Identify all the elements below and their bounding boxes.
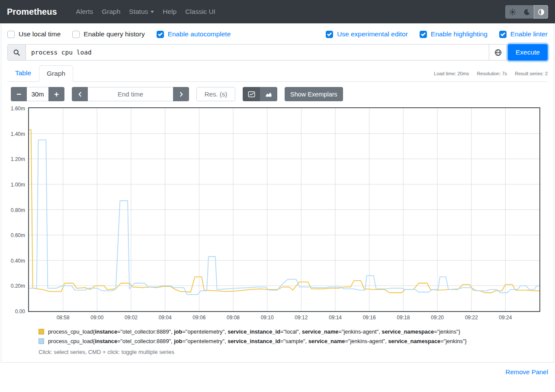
legend: process_cpu_load{instance="otel_collecto… xyxy=(38,328,549,344)
execute-button[interactable]: Execute xyxy=(508,44,548,61)
theme-dark-button[interactable] xyxy=(520,5,534,19)
x-tick-label: 09:14 xyxy=(329,315,342,321)
x-tick-label: 09:20 xyxy=(431,315,444,321)
x-tick-label: 09:04 xyxy=(159,315,172,321)
y-tick-label: 0.20m xyxy=(11,283,25,289)
legend-hint: Click: select series, CMD + click: toggl… xyxy=(38,349,549,355)
x-tick-label: 09:06 xyxy=(192,315,205,321)
chevron-right-icon xyxy=(178,91,184,97)
checkbox-label: Use experimental editor xyxy=(337,30,408,38)
series-name: process_cpu_load{instance="otel_collecto… xyxy=(48,328,460,335)
checkbox-box xyxy=(72,31,80,38)
line-chart-icon xyxy=(248,91,255,98)
navbar: Prometheus Alerts Graph Status Help Clas… xyxy=(0,0,555,23)
time-back-button[interactable] xyxy=(72,87,88,101)
y-tick-label: 0.80m xyxy=(11,207,25,213)
nav-item-status[interactable]: Status xyxy=(125,4,158,19)
y-tick-label: 0.00 xyxy=(15,308,25,315)
checkbox-enable-highlighting[interactable]: Enable highlighting xyxy=(420,30,488,38)
chart: 0.000.20m0.40m0.60m0.80m1.00m1.20m1.40m1… xyxy=(7,107,549,322)
checkbox-label: Enable linter xyxy=(510,30,548,38)
checkbox-use-local-time[interactable]: Use local time xyxy=(7,30,61,38)
moon-icon xyxy=(523,9,530,16)
query-panel: Use local time Enable query history Enab… xyxy=(1,23,554,363)
x-tick-label: 09:10 xyxy=(261,315,274,321)
x-tick-label: 09:24 xyxy=(499,315,512,321)
y-tick-label: 1.40m xyxy=(11,131,25,137)
brand-prometheus[interactable]: Prometheus xyxy=(7,7,57,17)
x-tick-label: 09:12 xyxy=(295,315,308,321)
resolution-input[interactable] xyxy=(196,87,235,101)
globe-icon xyxy=(494,49,502,56)
checkbox-use-experimental-editor[interactable]: Use experimental editor xyxy=(326,30,408,38)
x-tick-label: 09:18 xyxy=(397,315,410,321)
y-axis-labels: 0.000.20m0.40m0.60m0.80m1.00m1.20m1.40m1… xyxy=(7,107,28,312)
x-tick-label: 09:02 xyxy=(125,315,138,321)
x-tick-label: 09:22 xyxy=(465,315,478,321)
graph-controls: − + Show Exemplars xyxy=(11,87,548,101)
x-tick-label: 09:16 xyxy=(363,315,376,321)
checkbox-label: Enable highlighting xyxy=(431,30,488,38)
caret-down-icon xyxy=(151,11,154,13)
search-addon xyxy=(7,44,26,61)
y-tick-label: 1.20m xyxy=(11,156,25,162)
x-tick-label: 08:58 xyxy=(57,315,70,321)
nav-item-alerts[interactable]: Alerts xyxy=(72,4,98,19)
legend-item[interactable]: process_cpu_load{instance="otel_collecto… xyxy=(38,328,549,335)
series-name: process_cpu_load{instance="otel_collecto… xyxy=(48,338,467,344)
y-tick-label: 0.60m xyxy=(11,232,25,238)
load-time: Load time: 20ms xyxy=(434,71,469,76)
series-line xyxy=(29,130,539,293)
stacked-chart-button[interactable] xyxy=(260,87,277,101)
checkbox-label: Enable autocomplete xyxy=(168,30,231,38)
tab-table[interactable]: Table xyxy=(7,65,39,81)
y-tick-label: 0.40m xyxy=(11,258,25,264)
tab-graph[interactable]: Graph xyxy=(39,65,73,82)
legend-item[interactable]: process_cpu_load{instance="otel_collecto… xyxy=(38,338,549,344)
y-tick-label: 1.00m xyxy=(11,182,25,188)
options-bar: Use local time Enable query history Enab… xyxy=(7,30,548,38)
options-left: Use local time Enable query history Enab… xyxy=(7,30,231,38)
panel-footer: Remove Panel xyxy=(0,368,548,376)
query-stats: Load time: 20ms Resolution: 7s Result se… xyxy=(427,71,548,81)
increase-range-button[interactable]: + xyxy=(48,87,64,101)
area-chart-icon xyxy=(265,91,272,98)
end-time-group xyxy=(72,87,189,101)
nav-item-graph[interactable]: Graph xyxy=(97,4,125,19)
theme-light-button[interactable] xyxy=(505,5,520,19)
remove-panel-link[interactable]: Remove Panel xyxy=(506,368,548,376)
tab-bar: Table Graph Load time: 20ms Resolution: … xyxy=(7,65,548,82)
checkbox-box xyxy=(420,31,427,38)
checkbox-enable-linter[interactable]: Enable linter xyxy=(499,30,548,38)
plot-area[interactable] xyxy=(28,107,540,312)
options-right: Use experimental editor Enable highlight… xyxy=(326,30,548,38)
duration-group: − + xyxy=(11,87,64,101)
range-input[interactable] xyxy=(27,87,48,101)
checkbox-label: Enable query history xyxy=(83,30,144,38)
x-axis-labels: 08:5809:0009:0209:0409:0609:0809:1009:12… xyxy=(29,312,539,322)
y-tick-label: 1.60m xyxy=(11,106,25,112)
checkbox-enable-autocomplete[interactable]: Enable autocomplete xyxy=(157,30,231,38)
metrics-explorer-button[interactable] xyxy=(489,44,507,61)
query-bar: Execute xyxy=(7,44,548,61)
series-swatch xyxy=(38,329,44,334)
show-exemplars-button[interactable]: Show Exemplars xyxy=(285,87,343,101)
series-swatch xyxy=(38,338,44,344)
expression-input[interactable] xyxy=(26,44,489,61)
checkbox-box xyxy=(499,31,507,38)
checkbox-box xyxy=(7,31,15,38)
checkbox-box xyxy=(157,31,164,38)
decrease-range-button[interactable]: − xyxy=(11,87,27,101)
theme-toggle-group xyxy=(505,5,548,19)
checkbox-box xyxy=(326,31,333,38)
line-chart-button[interactable] xyxy=(243,87,260,101)
theme-auto-button[interactable] xyxy=(534,5,548,19)
end-time-input[interactable] xyxy=(88,87,173,101)
nav-item-help[interactable]: Help xyxy=(158,4,181,19)
checkbox-enable-query-history[interactable]: Enable query history xyxy=(72,30,144,38)
x-tick-label: 09:00 xyxy=(90,315,103,321)
sun-icon xyxy=(509,9,516,16)
chart-type-group xyxy=(243,87,277,101)
nav-item-classic-ui[interactable]: Classic UI xyxy=(181,4,220,19)
time-forward-button[interactable] xyxy=(173,87,189,101)
